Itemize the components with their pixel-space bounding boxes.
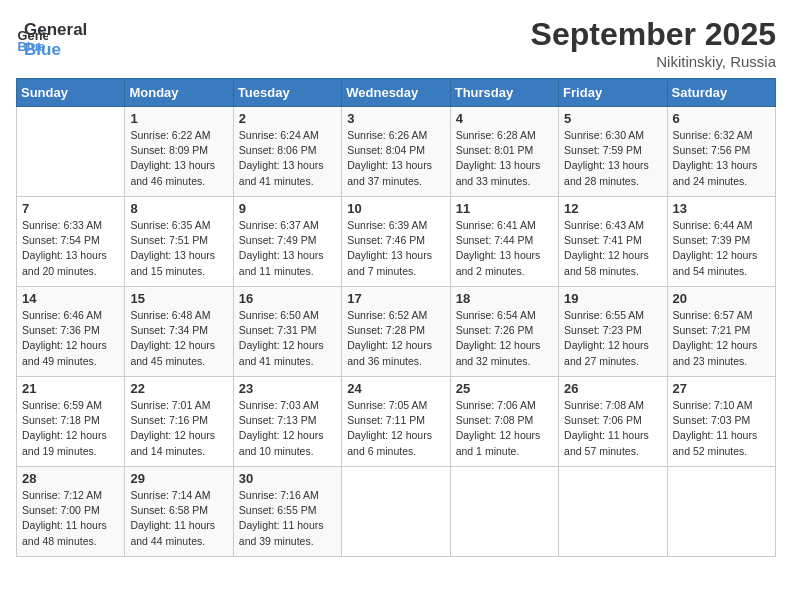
day-info: Sunrise: 6:33 AMSunset: 7:54 PMDaylight:… (22, 218, 119, 279)
calendar-table: SundayMondayTuesdayWednesdayThursdayFrid… (16, 78, 776, 557)
day-cell: 30Sunrise: 7:16 AMSunset: 6:55 PMDayligh… (233, 467, 341, 557)
day-cell: 13Sunrise: 6:44 AMSunset: 7:39 PMDayligh… (667, 197, 775, 287)
day-info: Sunrise: 6:32 AMSunset: 7:56 PMDaylight:… (673, 128, 770, 189)
day-cell: 9Sunrise: 6:37 AMSunset: 7:49 PMDaylight… (233, 197, 341, 287)
day-number: 30 (239, 471, 336, 486)
day-header-monday: Monday (125, 79, 233, 107)
day-number: 13 (673, 201, 770, 216)
day-number: 2 (239, 111, 336, 126)
day-info: Sunrise: 6:22 AMSunset: 8:09 PMDaylight:… (130, 128, 227, 189)
day-cell (17, 107, 125, 197)
logo-text-line2: Blue (24, 40, 87, 60)
day-number: 9 (239, 201, 336, 216)
day-cell: 25Sunrise: 7:06 AMSunset: 7:08 PMDayligh… (450, 377, 558, 467)
day-info: Sunrise: 7:08 AMSunset: 7:06 PMDaylight:… (564, 398, 661, 459)
logo-text-line1: General (24, 20, 87, 40)
header-row: SundayMondayTuesdayWednesdayThursdayFrid… (17, 79, 776, 107)
day-cell (559, 467, 667, 557)
day-info: Sunrise: 7:05 AMSunset: 7:11 PMDaylight:… (347, 398, 444, 459)
day-cell: 3Sunrise: 6:26 AMSunset: 8:04 PMDaylight… (342, 107, 450, 197)
day-cell (450, 467, 558, 557)
day-info: Sunrise: 6:24 AMSunset: 8:06 PMDaylight:… (239, 128, 336, 189)
week-row-4: 21Sunrise: 6:59 AMSunset: 7:18 PMDayligh… (17, 377, 776, 467)
day-number: 1 (130, 111, 227, 126)
day-cell: 21Sunrise: 6:59 AMSunset: 7:18 PMDayligh… (17, 377, 125, 467)
day-number: 12 (564, 201, 661, 216)
day-info: Sunrise: 6:55 AMSunset: 7:23 PMDaylight:… (564, 308, 661, 369)
day-cell: 19Sunrise: 6:55 AMSunset: 7:23 PMDayligh… (559, 287, 667, 377)
day-header-thursday: Thursday (450, 79, 558, 107)
day-cell (342, 467, 450, 557)
day-info: Sunrise: 6:37 AMSunset: 7:49 PMDaylight:… (239, 218, 336, 279)
day-number: 16 (239, 291, 336, 306)
day-info: Sunrise: 6:41 AMSunset: 7:44 PMDaylight:… (456, 218, 553, 279)
day-info: Sunrise: 6:44 AMSunset: 7:39 PMDaylight:… (673, 218, 770, 279)
day-info: Sunrise: 6:43 AMSunset: 7:41 PMDaylight:… (564, 218, 661, 279)
day-number: 5 (564, 111, 661, 126)
day-cell: 8Sunrise: 6:35 AMSunset: 7:51 PMDaylight… (125, 197, 233, 287)
day-cell: 24Sunrise: 7:05 AMSunset: 7:11 PMDayligh… (342, 377, 450, 467)
day-number: 7 (22, 201, 119, 216)
day-cell: 28Sunrise: 7:12 AMSunset: 7:00 PMDayligh… (17, 467, 125, 557)
title-block: September 2025 Nikitinskiy, Russia (531, 16, 776, 70)
day-cell: 5Sunrise: 6:30 AMSunset: 7:59 PMDaylight… (559, 107, 667, 197)
day-number: 8 (130, 201, 227, 216)
day-info: Sunrise: 6:28 AMSunset: 8:01 PMDaylight:… (456, 128, 553, 189)
day-number: 22 (130, 381, 227, 396)
day-number: 23 (239, 381, 336, 396)
day-number: 28 (22, 471, 119, 486)
week-row-2: 7Sunrise: 6:33 AMSunset: 7:54 PMDaylight… (17, 197, 776, 287)
day-info: Sunrise: 6:39 AMSunset: 7:46 PMDaylight:… (347, 218, 444, 279)
day-cell: 2Sunrise: 6:24 AMSunset: 8:06 PMDaylight… (233, 107, 341, 197)
day-header-wednesday: Wednesday (342, 79, 450, 107)
day-number: 18 (456, 291, 553, 306)
day-number: 11 (456, 201, 553, 216)
day-info: Sunrise: 6:46 AMSunset: 7:36 PMDaylight:… (22, 308, 119, 369)
day-header-sunday: Sunday (17, 79, 125, 107)
day-number: 26 (564, 381, 661, 396)
day-cell: 10Sunrise: 6:39 AMSunset: 7:46 PMDayligh… (342, 197, 450, 287)
day-cell: 22Sunrise: 7:01 AMSunset: 7:16 PMDayligh… (125, 377, 233, 467)
day-info: Sunrise: 6:35 AMSunset: 7:51 PMDaylight:… (130, 218, 227, 279)
day-info: Sunrise: 6:52 AMSunset: 7:28 PMDaylight:… (347, 308, 444, 369)
day-info: Sunrise: 6:59 AMSunset: 7:18 PMDaylight:… (22, 398, 119, 459)
day-cell: 14Sunrise: 6:46 AMSunset: 7:36 PMDayligh… (17, 287, 125, 377)
page-header: General Blue General Blue September 2025… (16, 16, 776, 70)
day-cell (667, 467, 775, 557)
day-cell: 12Sunrise: 6:43 AMSunset: 7:41 PMDayligh… (559, 197, 667, 287)
day-info: Sunrise: 7:06 AMSunset: 7:08 PMDaylight:… (456, 398, 553, 459)
day-number: 17 (347, 291, 444, 306)
day-info: Sunrise: 6:30 AMSunset: 7:59 PMDaylight:… (564, 128, 661, 189)
day-number: 27 (673, 381, 770, 396)
day-number: 21 (22, 381, 119, 396)
day-cell: 16Sunrise: 6:50 AMSunset: 7:31 PMDayligh… (233, 287, 341, 377)
week-row-1: 1Sunrise: 6:22 AMSunset: 8:09 PMDaylight… (17, 107, 776, 197)
logo: General Blue General Blue (16, 16, 87, 61)
day-cell: 26Sunrise: 7:08 AMSunset: 7:06 PMDayligh… (559, 377, 667, 467)
day-info: Sunrise: 7:14 AMSunset: 6:58 PMDaylight:… (130, 488, 227, 549)
day-cell: 1Sunrise: 6:22 AMSunset: 8:09 PMDaylight… (125, 107, 233, 197)
day-info: Sunrise: 7:01 AMSunset: 7:16 PMDaylight:… (130, 398, 227, 459)
day-header-friday: Friday (559, 79, 667, 107)
day-cell: 20Sunrise: 6:57 AMSunset: 7:21 PMDayligh… (667, 287, 775, 377)
day-number: 29 (130, 471, 227, 486)
day-number: 20 (673, 291, 770, 306)
day-info: Sunrise: 6:48 AMSunset: 7:34 PMDaylight:… (130, 308, 227, 369)
day-cell: 11Sunrise: 6:41 AMSunset: 7:44 PMDayligh… (450, 197, 558, 287)
day-info: Sunrise: 6:26 AMSunset: 8:04 PMDaylight:… (347, 128, 444, 189)
day-header-saturday: Saturday (667, 79, 775, 107)
day-number: 4 (456, 111, 553, 126)
day-cell: 23Sunrise: 7:03 AMSunset: 7:13 PMDayligh… (233, 377, 341, 467)
day-cell: 15Sunrise: 6:48 AMSunset: 7:34 PMDayligh… (125, 287, 233, 377)
day-info: Sunrise: 6:50 AMSunset: 7:31 PMDaylight:… (239, 308, 336, 369)
day-cell: 6Sunrise: 6:32 AMSunset: 7:56 PMDaylight… (667, 107, 775, 197)
day-info: Sunrise: 7:12 AMSunset: 7:00 PMDaylight:… (22, 488, 119, 549)
day-number: 19 (564, 291, 661, 306)
day-number: 3 (347, 111, 444, 126)
day-number: 25 (456, 381, 553, 396)
day-header-tuesday: Tuesday (233, 79, 341, 107)
day-number: 14 (22, 291, 119, 306)
day-number: 15 (130, 291, 227, 306)
day-number: 10 (347, 201, 444, 216)
day-cell: 7Sunrise: 6:33 AMSunset: 7:54 PMDaylight… (17, 197, 125, 287)
